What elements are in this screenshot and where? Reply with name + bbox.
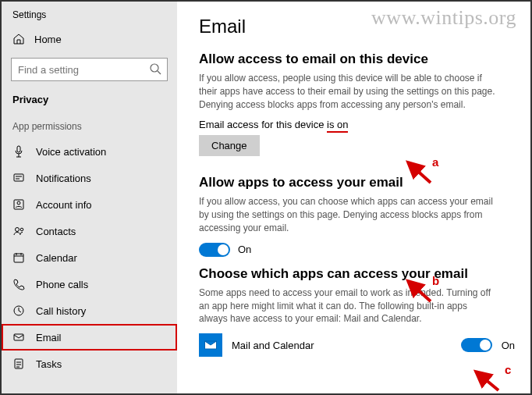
app-title: Settings	[2, 9, 177, 25]
svg-point-0	[151, 64, 158, 72]
group-device-access: Allow access to email on this device If …	[199, 52, 515, 156]
sidebar-item-tasks[interactable]: Tasks	[2, 351, 177, 377]
group-description: If you allow access, you can choose whic…	[199, 195, 495, 234]
device-access-status: Email access for this device is on	[199, 119, 515, 130]
arrow-b	[403, 276, 434, 304]
sidebar-item-label: Call history	[36, 305, 86, 317]
main-content: Email Allow access to email on this devi…	[177, 2, 530, 393]
group-heading: Choose which apps can access your email	[199, 266, 515, 282]
mail-app-icon	[199, 333, 222, 357]
home-button[interactable]: Home	[2, 25, 177, 53]
sidebar: Settings Home Privacy App permissions Vo…	[2, 2, 177, 393]
phone-icon	[12, 278, 25, 290]
search-box[interactable]	[11, 58, 168, 81]
home-label: Home	[34, 34, 62, 45]
sidebar-item-label: Email	[36, 332, 62, 343]
section-heading: Privacy	[2, 91, 177, 116]
sidebar-item-label: Contacts	[36, 226, 76, 237]
calendar-icon	[12, 251, 25, 264]
account-icon	[12, 198, 25, 211]
sidebar-item-call-history[interactable]: Call history	[2, 297, 177, 324]
annotation-c: c	[505, 363, 511, 376]
svg-point-6	[20, 228, 23, 231]
contacts-icon	[12, 225, 25, 237]
arrow-c	[471, 367, 502, 393]
app-toggle-label: On	[502, 340, 515, 351]
sidebar-item-notifications[interactable]: Notifications	[2, 165, 177, 191]
search-icon	[149, 62, 161, 75]
sidebar-item-label: Phone calls	[36, 279, 88, 290]
nav-list: Voice activation Notifications Account i…	[2, 138, 177, 377]
sidebar-item-voice-activation[interactable]: Voice activation	[2, 138, 177, 165]
notifications-icon	[12, 172, 25, 184]
change-button[interactable]: Change	[199, 135, 260, 156]
group-app-access: Allow apps to access your email If you a…	[199, 175, 515, 256]
svg-point-5	[16, 228, 20, 232]
watermark: www.wintips.org	[371, 6, 516, 30]
sidebar-item-label: Tasks	[36, 358, 62, 370]
status-prefix: Email access for this device	[199, 119, 327, 130]
group-heading: Allow access to email on this device	[199, 52, 515, 67]
sidebar-item-label: Calendar	[36, 252, 77, 264]
app-row: Mail and Calendar On	[199, 333, 515, 357]
svg-rect-1	[17, 146, 20, 152]
sidebar-item-label: Voice activation	[36, 146, 106, 158]
arrow-a	[403, 158, 434, 186]
search-input[interactable]	[11, 58, 168, 81]
tasks-icon	[12, 358, 25, 370]
microphone-icon	[12, 145, 25, 158]
subsection-label: App permissions	[2, 116, 177, 138]
toggle-label: On	[238, 244, 251, 255]
sidebar-item-label: Account info	[36, 199, 92, 211]
home-icon	[12, 33, 25, 45]
group-description: If you allow access, people using this d…	[199, 72, 495, 111]
group-description: Some apps need to access your email to w…	[199, 286, 495, 326]
email-icon	[12, 331, 25, 343]
svg-rect-9	[14, 334, 23, 340]
sidebar-item-contacts[interactable]: Contacts	[2, 218, 177, 244]
group-choose-apps: Choose which apps can access your email …	[199, 266, 515, 357]
status-value: is on	[327, 119, 348, 133]
app-name: Mail and Calendar	[232, 340, 452, 351]
svg-rect-7	[14, 254, 23, 262]
apps-access-toggle[interactable]	[199, 243, 230, 257]
sidebar-item-calendar[interactable]: Calendar	[2, 244, 177, 271]
history-icon	[12, 304, 25, 317]
sidebar-item-account-info[interactable]: Account info	[2, 191, 177, 218]
group-heading: Allow apps to access your email	[199, 175, 515, 190]
sidebar-item-email[interactable]: Email	[2, 324, 177, 351]
svg-point-4	[17, 201, 20, 205]
app-toggle[interactable]	[461, 338, 492, 352]
svg-rect-2	[14, 174, 23, 181]
sidebar-item-phone-calls[interactable]: Phone calls	[2, 271, 177, 297]
sidebar-item-label: Notifications	[36, 173, 91, 184]
